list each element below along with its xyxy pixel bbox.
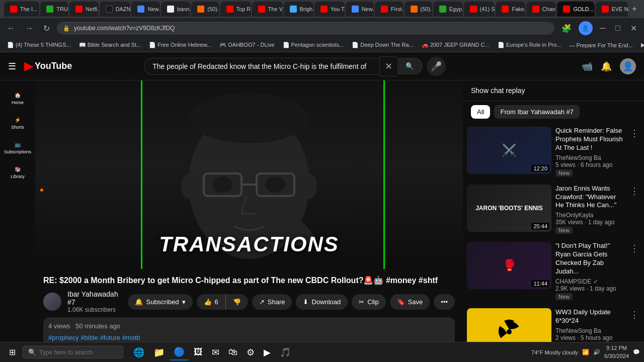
rec-item-2[interactable]: JARON 'BOOTS' ENNIS 25:44 Jaron Ennis Wa… bbox=[467, 180, 640, 238]
tab-the-i[interactable]: The I... ✕ bbox=[4, 2, 39, 17]
tab-first[interactable]: First... bbox=[375, 2, 403, 17]
tab-true[interactable]: TRUE bbox=[40, 2, 68, 17]
tab-50[interactable]: (50)... bbox=[191, 2, 219, 17]
like-button[interactable]: 👍 6 bbox=[197, 294, 225, 310]
download-icon: ⬇ bbox=[303, 298, 308, 306]
shorts-icon: ⚡ bbox=[15, 117, 21, 123]
bookmark-4[interactable]: 🎮 OAHBOO7 - DLive bbox=[216, 41, 277, 49]
channel-avatar[interactable] bbox=[43, 293, 61, 311]
taskbar-weather[interactable]: 74°F Mostly cloudy bbox=[531, 349, 578, 355]
sidebar-item-library[interactable]: 📚 Library bbox=[0, 160, 35, 185]
rec-menu-button-1[interactable]: ⋮ bbox=[629, 127, 640, 140]
video-tags[interactable]: #prophecy #bible #future #motb bbox=[48, 334, 450, 341]
search-bar-container: ✕ 🔍 🎤 bbox=[144, 56, 446, 76]
back-button[interactable]: ← bbox=[4, 22, 18, 35]
channel-name[interactable]: Ibar Yahawadah #7 bbox=[67, 290, 122, 306]
start-button[interactable]: ⊞ bbox=[4, 345, 21, 359]
search-input[interactable] bbox=[144, 58, 379, 75]
tab-fake[interactable]: Fake... bbox=[496, 2, 525, 17]
sidebar-item-home[interactable]: 🏠 Home bbox=[0, 86, 35, 111]
taskbar-volume-icon: 🔊 bbox=[593, 349, 600, 355]
svg-point-6 bbox=[189, 93, 309, 143]
tab-41s[interactable]: (41) S... bbox=[464, 2, 495, 17]
filter-tab-from[interactable]: From Ibar Yahawadah #7 bbox=[494, 105, 580, 119]
subscribed-button[interactable]: 🔔 Subscribed ▾ bbox=[128, 294, 192, 310]
tab-topr[interactable]: Top R... bbox=[220, 2, 251, 17]
minimize-button[interactable]: ─ bbox=[597, 22, 608, 35]
tab-egypt[interactable]: Egyp... bbox=[433, 2, 463, 17]
search-button[interactable]: 🔍 bbox=[397, 58, 423, 74]
taskbar-app-misc[interactable]: 🎵 bbox=[276, 345, 295, 360]
share-button[interactable]: ↗ Share bbox=[252, 294, 292, 310]
maximize-button[interactable]: □ bbox=[612, 22, 623, 35]
tab-new2[interactable]: New... bbox=[346, 2, 374, 17]
taskbar-app-explorer[interactable]: 📁 bbox=[149, 345, 169, 360]
rec-menu-button-4[interactable]: ⋮ bbox=[629, 308, 640, 321]
search-clear-button[interactable]: ✕ bbox=[379, 56, 397, 76]
create-video-button[interactable]: 📹 bbox=[582, 61, 593, 72]
taskbar-app-edge[interactable]: 🌐 bbox=[129, 345, 148, 360]
tab-thev[interactable]: The V... bbox=[252, 2, 283, 17]
taskbar-app-mail[interactable]: ✉ bbox=[208, 345, 223, 360]
rec-item-1[interactable]: ⚔️ 12:20 Quick Reminder: False Prophets … bbox=[467, 123, 640, 180]
taskbar-app-youtube[interactable]: ▶ bbox=[260, 345, 275, 360]
tab-yout[interactable]: You T... bbox=[314, 2, 345, 17]
tab-dazn[interactable]: DAZN... bbox=[100, 2, 131, 17]
show-chat-replay-button[interactable]: Show chat replay bbox=[471, 86, 525, 95]
rec-channel-1: TheNewSong Ba bbox=[555, 154, 625, 161]
more-actions-button[interactable]: ••• bbox=[434, 294, 455, 310]
tab-50-2[interactable]: (50)... bbox=[405, 2, 432, 17]
bookmark-8[interactable]: 📄 Europe's Role in Pro... bbox=[495, 41, 565, 49]
bookmark-6[interactable]: 📄 Deep Down The Ra... bbox=[349, 41, 417, 49]
tab-even[interactable]: EVE N... bbox=[596, 2, 628, 17]
account-button[interactable]: 👤 bbox=[620, 58, 636, 74]
taskbar-search-input[interactable] bbox=[39, 349, 110, 356]
tab-gold-active[interactable]: GOLD... ✕ bbox=[557, 2, 594, 17]
bookmark-10[interactable]: ▶ (1) Michael Noak or... bbox=[638, 41, 644, 49]
url-display[interactable]: youtube.com/watch?v=zV9D8zKJfDQ bbox=[74, 25, 175, 32]
voice-search-button[interactable]: 🎤 bbox=[427, 57, 446, 76]
extensions-button[interactable]: 🧩 bbox=[558, 22, 575, 35]
rec-menu-button-2[interactable]: ⋮ bbox=[629, 185, 640, 198]
rec-jaron-label: JARON 'BOOTS' ENNIS bbox=[473, 203, 545, 214]
tab-chan[interactable]: Chan... bbox=[526, 2, 556, 17]
rec-thumb-3: 🥊 11:44 bbox=[467, 242, 551, 289]
youtube-logo[interactable]: ▶ YouTube bbox=[24, 60, 72, 73]
bookmark-5[interactable]: 📄 Pentagon scientists... bbox=[280, 41, 347, 49]
tab-bann[interactable]: bann... bbox=[161, 2, 190, 17]
tab-new1[interactable]: New... bbox=[131, 2, 159, 17]
filter-tab-all[interactable]: All bbox=[471, 105, 490, 119]
taskbar-app-store[interactable]: 🛍 bbox=[224, 345, 242, 359]
address-bar[interactable]: 🔒 youtube.com/watch?v=zV9D8zKJfDQ bbox=[57, 22, 554, 35]
reload-button[interactable]: ↻ bbox=[40, 22, 53, 35]
close-browser-button[interactable]: ✕ bbox=[627, 22, 640, 35]
save-button[interactable]: 🔖 Save bbox=[390, 294, 430, 310]
profile-button[interactable]: 👤 bbox=[579, 21, 593, 35]
sidebar-item-shorts[interactable]: ⚡ Shorts bbox=[0, 111, 35, 136]
bookmark-2[interactable]: 📖 Bible Search and St... bbox=[76, 41, 144, 49]
bookmark-1[interactable]: 📄 (4) These 5 THINGS... bbox=[4, 41, 74, 49]
download-button[interactable]: ⬇ Download bbox=[296, 294, 348, 310]
rec-item-3[interactable]: 🥊 11:44 "I Don't Play That!" Ryan Garcia… bbox=[467, 238, 640, 304]
bookmark-3[interactable]: 📄 Free Online Hebrew... bbox=[146, 41, 214, 49]
tab-brigh[interactable]: Brigh... bbox=[284, 2, 313, 17]
clip-button[interactable]: ✂ Clip bbox=[352, 294, 385, 310]
video-frame[interactable]: TRANSACTIONS ▶ ⏭ 🔊 0:00 / 12:20 ⚙ bbox=[35, 80, 463, 269]
hamburger-menu-button[interactable]: ☰ bbox=[8, 61, 16, 72]
taskbar-search-box[interactable]: 🔍 bbox=[23, 346, 123, 358]
taskbar-app-photos[interactable]: 🖼 bbox=[190, 345, 207, 359]
taskbar-notification-icon[interactable]: 💬 bbox=[633, 349, 640, 355]
new-tab-button[interactable]: + bbox=[629, 4, 640, 15]
tab-netflix[interactable]: Netfl... bbox=[69, 2, 98, 17]
taskbar-clock[interactable]: 9:12 PM 6/30/2024 bbox=[604, 344, 629, 360]
bookmark-7[interactable]: 🚗 2007 JEEP GRAND C... bbox=[419, 41, 493, 49]
svg-point-5 bbox=[265, 176, 285, 193]
sidebar-item-subscriptions[interactable]: 📺 Subscriptions bbox=[0, 136, 35, 160]
forward-button[interactable]: → bbox=[22, 22, 36, 35]
bookmark-9[interactable]: — Prepare For The End... bbox=[566, 41, 635, 49]
taskbar-app-settings[interactable]: ⚙ bbox=[243, 345, 259, 360]
notifications-button[interactable]: 🔔 bbox=[601, 61, 612, 72]
rec-menu-button-3[interactable]: ⋮ bbox=[629, 242, 640, 255]
taskbar-app-chrome[interactable]: 🔵 bbox=[170, 344, 189, 360]
dislike-button[interactable]: 👎 bbox=[225, 294, 248, 310]
